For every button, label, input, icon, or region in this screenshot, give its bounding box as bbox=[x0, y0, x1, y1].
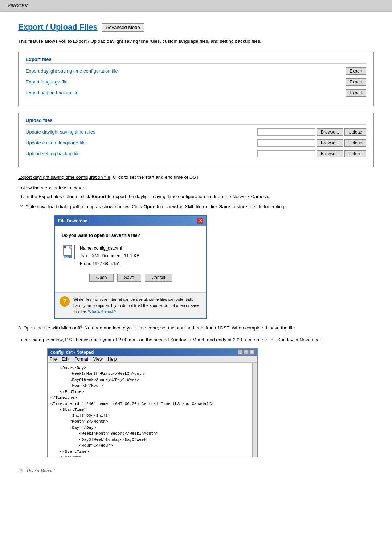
step2-text: A file download dialog will pop up as sh… bbox=[25, 204, 143, 209]
dialog-file-details: Name: config_dst.xml Type: XML Document,… bbox=[80, 245, 139, 268]
notepad-scrollbar[interactable] bbox=[252, 363, 257, 457]
notepad-line: </StartTime> bbox=[50, 449, 254, 455]
brand-header: VIVOTEK bbox=[0, 0, 392, 12]
description-text: This feature allows you to Export / Uplo… bbox=[18, 38, 374, 45]
upload-backup-button[interactable]: Upload bbox=[344, 150, 366, 157]
notepad-line: <StartTime> bbox=[50, 407, 254, 413]
svg-point-3 bbox=[64, 246, 66, 248]
step-2: A file download dialog will pop up as sh… bbox=[25, 203, 374, 319]
warning-text: While files from the Internet can be use… bbox=[73, 296, 202, 315]
dialog-cancel-button[interactable]: Cancel bbox=[145, 274, 172, 282]
export-lang-row: Export language file Export bbox=[26, 78, 366, 86]
notepad-minimize-button[interactable]: _ bbox=[238, 350, 243, 355]
notepad-line: </Timezone> bbox=[50, 395, 254, 401]
notepad-titlebar: config_dst - Notepad _ □ ✕ bbox=[48, 349, 257, 356]
upload-dst-input[interactable] bbox=[257, 128, 315, 136]
notepad-close-button[interactable]: ✕ bbox=[249, 350, 254, 355]
export-legend: Export files bbox=[24, 57, 366, 62]
step-1: In the Export files column, click Export… bbox=[25, 193, 374, 201]
export-lang-button[interactable]: Export bbox=[346, 78, 366, 86]
export-backup-label: Export setting backup file bbox=[26, 90, 346, 95]
dialog-save-button[interactable]: Save bbox=[117, 274, 141, 282]
upload-backup-row: Upload setting backup file Browse... Upl… bbox=[26, 150, 366, 157]
dialog-question: Do you want to open or save this file? bbox=[62, 232, 200, 239]
page-title: Export / Upload Files bbox=[18, 22, 98, 32]
step1-text: In the Export files column, click bbox=[25, 194, 91, 199]
upload-backup-label: Upload setting backup file bbox=[26, 151, 257, 156]
notepad-line: <DayOfWeek>Sunday</DayOfWeek> bbox=[50, 437, 254, 443]
dialog-buttons: Open Save Cancel bbox=[62, 274, 200, 282]
notepad-line: </EndTime> bbox=[50, 389, 254, 395]
upload-lang-button[interactable]: Upload bbox=[344, 139, 366, 147]
upload-lang-label: Update custom language file bbox=[26, 140, 257, 145]
notepad-restore-button[interactable]: □ bbox=[244, 350, 249, 355]
export-backup-button[interactable]: Export bbox=[346, 89, 366, 97]
upload-lang-input[interactable] bbox=[257, 139, 315, 147]
dialog-titlebar: File Download ✕ bbox=[55, 216, 206, 226]
notepad-screenshot: config_dst - Notepad _ □ ✕ File Edit For… bbox=[47, 348, 258, 457]
browse-dst-button[interactable]: Browse... bbox=[317, 128, 343, 136]
notepad-content: <Day></Day> <WeekInMonth>First</WeekInMo… bbox=[48, 363, 257, 457]
dst-instruction: Export daylight saving time configuratio… bbox=[18, 174, 374, 181]
dialog-type: Type: XML Document, 11.1 KB bbox=[80, 252, 139, 260]
step2-bold1: Open bbox=[143, 204, 155, 209]
notepad-menu-file[interactable]: File bbox=[50, 357, 57, 362]
step1-bold: Export bbox=[91, 194, 106, 199]
export-dst-row: Export daylight saving time configuratio… bbox=[26, 67, 366, 75]
dialog-body: Do you want to open or save this file? X… bbox=[55, 226, 206, 292]
page-header: Export / Upload Files Advanced Mode bbox=[18, 22, 374, 32]
notepad-titlebar-buttons: _ □ ✕ bbox=[238, 350, 254, 355]
advanced-mode-button[interactable]: Advanced Mode bbox=[102, 23, 144, 32]
upload-backup-input[interactable] bbox=[257, 150, 315, 157]
dialog-name: Name: config_dst.xml bbox=[80, 245, 139, 253]
svg-rect-4 bbox=[64, 249, 69, 249]
notepad-line: <Day></Day> bbox=[50, 365, 254, 371]
upload-dst-label: Update daylight saving time rules bbox=[26, 129, 257, 135]
browse-backup-button[interactable]: Browse... bbox=[317, 150, 343, 157]
notepad-menu-view[interactable]: View bbox=[93, 357, 103, 362]
notepad-line: <Day></Day> bbox=[50, 425, 254, 431]
notepad-menu-edit[interactable]: Edit bbox=[62, 357, 69, 362]
browse-lang-button[interactable]: Browse... bbox=[317, 139, 343, 147]
dialog-open-button[interactable]: Open bbox=[89, 274, 114, 282]
notepad-line: <WeekInMonth>First</WeekInMonth> bbox=[50, 371, 254, 377]
dialog-close-button[interactable]: ✕ bbox=[197, 218, 203, 224]
notepad-line: <Timezone id="-240" name="(GMT-06:00) Ce… bbox=[50, 401, 254, 407]
step3-cont: Notepad and locate your time zone; set t… bbox=[83, 325, 296, 331]
notepad-menubar: File Edit Format View Help bbox=[48, 356, 257, 363]
steps-list: In the Export files column, click Export… bbox=[25, 193, 374, 319]
warning-icon: ? bbox=[60, 296, 70, 307]
svg-rect-5 bbox=[64, 250, 68, 250]
dst-link-desc: : Click to set the start and end time of… bbox=[110, 175, 200, 180]
upload-legend: Upload files bbox=[24, 118, 366, 123]
svg-text:XML: XML bbox=[64, 256, 69, 258]
dst-link[interactable]: Export daylight saving time configuratio… bbox=[18, 175, 110, 180]
step2-mid: to review the XML file or click bbox=[155, 204, 219, 209]
notepad-menu-help[interactable]: Help bbox=[108, 357, 117, 362]
dialog-warning: ? While files from the Internet can be u… bbox=[55, 292, 206, 318]
export-backup-row: Export setting backup file Export bbox=[26, 89, 366, 97]
export-files-section: Export files Export daylight saving time… bbox=[18, 52, 374, 106]
upload-dst-row: Update daylight saving time rules Browse… bbox=[26, 128, 366, 136]
step3-text: 3. Open the file with Microsoft® Notepad… bbox=[18, 323, 374, 332]
step3-prefix: Open the file with Microsoft bbox=[23, 325, 80, 331]
file-download-dialog: File Download ✕ Do you want to open or s… bbox=[54, 215, 207, 319]
step2-bold2: Save bbox=[219, 204, 230, 209]
notepad-menu-format[interactable]: Format bbox=[74, 357, 88, 362]
footer-text: 98 - User's Manual bbox=[18, 468, 374, 473]
step2-cont: to store the file for editing. bbox=[230, 204, 286, 209]
export-lang-label: Export language file bbox=[26, 79, 346, 85]
notepad-line: <Shift>60</Shift> bbox=[50, 413, 254, 419]
notepad-line: <Month>3</Month> bbox=[50, 419, 254, 425]
step1-cont: to export the daylight saving time confi… bbox=[106, 194, 269, 199]
dialog-title: File Download bbox=[58, 217, 87, 225]
file-icon: XML bbox=[62, 245, 75, 259]
example-text: In the example below, DST begins each ye… bbox=[18, 336, 374, 344]
whats-risk-link[interactable]: What's the risk? bbox=[88, 309, 116, 313]
notepad-line: <EndTime> bbox=[50, 455, 254, 457]
export-dst-label: Export daylight saving time configuratio… bbox=[26, 68, 346, 74]
upload-files-section: Upload files Update daylight saving time… bbox=[18, 113, 374, 167]
export-dst-button[interactable]: Export bbox=[346, 67, 366, 75]
upload-dst-button[interactable]: Upload bbox=[344, 128, 366, 136]
dialog-file-info: XML Name: config_dst.xml Type: XML Docum… bbox=[62, 245, 200, 268]
